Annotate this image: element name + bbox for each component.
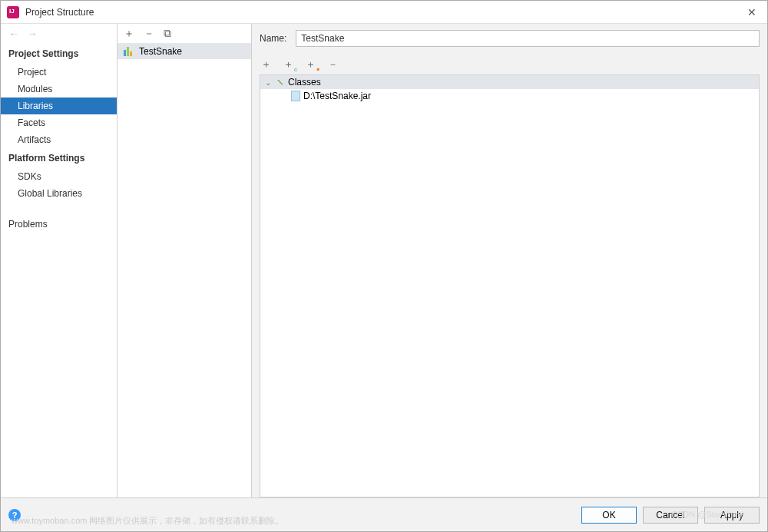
classes-icon: ⟍ [276, 77, 285, 88]
library-list-panel: ＋ － ⧉ TestSnake [118, 24, 252, 497]
library-detail-panel: Name: ＋ ＋ ＋ － ⌄ ⟍ Classes D:\TestSnake.j… [252, 24, 767, 497]
add-module-icon[interactable]: ＋ [306, 58, 316, 71]
sidebar-item-artifacts[interactable]: Artifacts [1, 131, 117, 148]
sidebar-item-libraries[interactable]: Libraries [1, 97, 117, 114]
library-item[interactable]: TestSnake [118, 44, 251, 59]
jar-icon [291, 91, 300, 101]
chevron-down-icon[interactable]: ⌄ [263, 78, 273, 87]
sidebar-item-global-libraries[interactable]: Global Libraries [1, 185, 117, 202]
titlebar: Project Structure ✕ [1, 1, 767, 24]
back-arrow-icon[interactable]: ← [8, 28, 19, 40]
name-input[interactable] [296, 30, 760, 47]
library-toolbar: ＋ － ⧉ [118, 24, 251, 44]
section-project-settings: Project Settings [1, 44, 117, 64]
classpath-toolbar: ＋ ＋ ＋ － [260, 56, 760, 74]
nav-arrows: ← → [1, 24, 117, 44]
app-icon [7, 6, 19, 18]
add-class-icon[interactable]: ＋ [283, 58, 293, 71]
settings-sidebar: ← → Project Settings Project Modules Lib… [1, 24, 118, 497]
tree-file-label: D:\TestSnake.jar [303, 91, 371, 101]
dialog-footer: ? OK Cancel Apply [1, 497, 767, 531]
remove-icon[interactable]: － [144, 27, 154, 41]
forward-arrow-icon[interactable]: → [27, 28, 38, 40]
ok-button[interactable]: OK [581, 507, 637, 524]
window-title: Project Structure [25, 7, 94, 18]
add-icon[interactable]: ＋ [124, 27, 134, 41]
classpath-tree: ⌄ ⟍ Classes D:\TestSnake.jar [260, 74, 760, 497]
tree-group-label: Classes [288, 77, 321, 88]
tree-group-classes[interactable]: ⌄ ⟍ Classes [260, 75, 759, 89]
add-entry-icon[interactable]: ＋ [261, 58, 271, 71]
name-label: Name: [260, 33, 286, 44]
sidebar-item-modules[interactable]: Modules [1, 81, 117, 97]
sidebar-item-problems[interactable]: Problems [1, 216, 117, 233]
sidebar-item-project[interactable]: Project [1, 64, 117, 81]
apply-button[interactable]: Apply [704, 507, 760, 524]
tree-file-row[interactable]: D:\TestSnake.jar [260, 89, 759, 103]
main-area: ← → Project Settings Project Modules Lib… [1, 24, 767, 497]
help-icon[interactable]: ? [8, 509, 21, 521]
library-icon [124, 47, 134, 56]
sidebar-item-facets[interactable]: Facets [1, 114, 117, 131]
library-item-label: TestSnake [139, 46, 182, 57]
section-platform-settings: Platform Settings [1, 148, 117, 168]
close-icon[interactable]: ✕ [743, 6, 761, 18]
name-row: Name: [260, 30, 760, 47]
remove-entry-icon[interactable]: － [328, 58, 338, 71]
cancel-button[interactable]: Cancel [643, 507, 698, 524]
sidebar-item-sdks[interactable]: SDKs [1, 168, 117, 185]
button-bar: OK Cancel Apply [581, 507, 760, 524]
copy-icon[interactable]: ⧉ [164, 27, 171, 40]
